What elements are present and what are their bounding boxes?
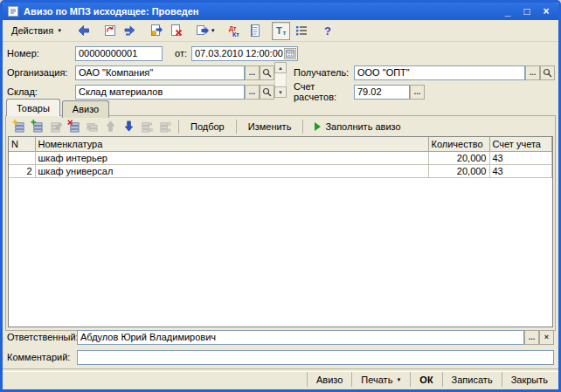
sort-asc-button[interactable]: АЯ xyxy=(139,118,156,134)
refresh-document-button[interactable] xyxy=(100,22,119,40)
receiver-open-button[interactable] xyxy=(540,65,555,80)
account-ellipsis-button[interactable]: ... xyxy=(410,85,425,100)
help-button[interactable]: ? xyxy=(318,22,336,40)
warehouse-label: Склад: xyxy=(7,86,75,97)
col-header-account[interactable]: Счет учета xyxy=(489,137,552,152)
col-header-n[interactable]: N xyxy=(9,137,35,152)
print-label: Печать xyxy=(361,375,392,385)
responsible-ellipsis-button[interactable]: ... xyxy=(524,330,539,345)
close-button[interactable]: × xyxy=(540,5,552,17)
tab-avizo[interactable]: Авизо xyxy=(62,100,109,118)
document-date-field[interactable] xyxy=(191,46,298,61)
sort-desc-button[interactable]: ЯА xyxy=(157,118,174,134)
warehouse-open-button[interactable] xyxy=(260,85,274,100)
svg-text:Т: Т xyxy=(276,25,282,36)
post-document-button[interactable] xyxy=(147,22,165,40)
debit-credit-button[interactable]: ДтКт xyxy=(225,22,244,40)
maximize-button[interactable]: □ xyxy=(521,5,533,17)
structure-button[interactable] xyxy=(292,22,310,40)
delete-row-button[interactable] xyxy=(66,118,82,134)
move-up-icon xyxy=(104,120,117,133)
receiver-field[interactable] xyxy=(354,65,525,80)
podbor-button[interactable]: Подбор xyxy=(183,119,232,134)
svg-text:Я: Я xyxy=(168,121,171,127)
receiver-ellipsis-button[interactable]: ... xyxy=(525,65,540,80)
journal-button[interactable] xyxy=(246,22,264,40)
organization-field[interactable] xyxy=(75,65,245,80)
responsible-label: Ответственный: xyxy=(7,332,77,342)
account-cell[interactable]: 43 xyxy=(489,152,552,165)
forward-arrows-button[interactable] xyxy=(121,22,139,40)
table-row[interactable]: 1 шкаф интерьер 20,000 43 xyxy=(9,152,552,165)
move-down-button[interactable] xyxy=(121,118,137,134)
structure-icon xyxy=(294,24,308,38)
triangle-up-icon: ▲ xyxy=(278,65,283,71)
receiver-row: Получатель: ... xyxy=(294,65,555,80)
warehouse-field[interactable] xyxy=(75,85,245,100)
tab-tovary[interactable]: Товары xyxy=(6,99,60,116)
calendar-button[interactable] xyxy=(284,48,296,59)
close-form-button[interactable]: Закрыть xyxy=(502,372,557,387)
table-row[interactable]: 2 шкаф универсал 20,000 43 xyxy=(9,165,552,178)
responsible-row: Ответственный: ... × xyxy=(7,329,554,345)
main-toolbar: Действия ▼ ▼ ДтКт xyxy=(3,20,558,42)
scroll-down-button[interactable]: ▼ xyxy=(274,86,287,98)
scroll-up-button[interactable]: ▲ xyxy=(274,62,287,73)
minimize-button[interactable]: _ xyxy=(502,5,514,17)
nomenclature-cell[interactable]: шкаф интерьер xyxy=(35,152,428,165)
fill-avizo-button[interactable]: Заполнить авизо xyxy=(307,119,408,134)
warehouse-ellipsis-button[interactable]: ... xyxy=(245,85,260,100)
organization-open-button[interactable] xyxy=(260,65,274,80)
toolbar-separator xyxy=(302,120,303,134)
svg-text:А: А xyxy=(149,121,153,127)
responsible-clear-button[interactable]: × xyxy=(539,330,554,345)
nomenclature-cell[interactable]: шкаф универсал xyxy=(35,165,428,178)
document-window: Авизо по МПЗ исходящее: Проведен _ □ × Д… xyxy=(0,0,561,392)
scroll-track[interactable] xyxy=(274,73,287,86)
ok-button[interactable]: ОК xyxy=(410,372,441,387)
account-cell[interactable]: 43 xyxy=(489,165,552,178)
sort-asc-icon: АЯ xyxy=(141,120,154,133)
quantity-cell[interactable]: 20,000 xyxy=(428,165,489,178)
sort-desc-icon: ЯА xyxy=(159,120,172,133)
account-label: Счет расчетов: xyxy=(294,81,354,102)
document-number-field[interactable] xyxy=(75,46,163,61)
back-button[interactable] xyxy=(74,22,93,40)
responsible-field[interactable] xyxy=(77,330,524,345)
help-icon: ? xyxy=(321,24,335,38)
col-header-quantity[interactable]: Количество xyxy=(428,137,489,152)
cancel-posting-button[interactable] xyxy=(167,22,185,40)
close-icon: × xyxy=(544,333,549,341)
copy-row-button[interactable] xyxy=(84,118,100,134)
print-button[interactable]: Печать ▼ xyxy=(351,372,410,387)
add-row-button[interactable] xyxy=(10,118,27,134)
actions-menu-button[interactable]: Действия ▼ xyxy=(5,23,68,38)
date-label: от: xyxy=(175,48,187,58)
forward-arrows-icon xyxy=(123,24,137,38)
save-button[interactable]: Записать xyxy=(442,372,502,387)
number-label: Номер: xyxy=(7,48,75,58)
comment-field[interactable] xyxy=(77,350,554,365)
totals-toggle-button[interactable]: Тт xyxy=(272,22,290,40)
post-document-icon xyxy=(149,24,163,38)
window-icon xyxy=(7,5,19,17)
row-number-cell[interactable]: 2 xyxy=(9,165,35,178)
organization-ellipsis-button[interactable]: ... xyxy=(245,65,260,80)
export-document-button[interactable]: ▼ xyxy=(193,22,218,40)
move-up-button[interactable] xyxy=(102,118,119,134)
col-header-nomenclature[interactable]: Номенклатура xyxy=(35,137,428,152)
edit-row-button[interactable] xyxy=(47,118,64,134)
izmenit-button[interactable]: Изменить xyxy=(240,119,300,134)
quantity-cell[interactable]: 20,000 xyxy=(428,152,489,165)
account-row: Счет расчетов: ... xyxy=(294,84,425,100)
warehouse-row: Склад: ... xyxy=(7,84,274,100)
back-arrow-icon xyxy=(77,24,91,38)
avizo-button[interactable]: Авизо xyxy=(307,372,351,387)
toolbar-separator xyxy=(236,120,237,134)
row-number-cell[interactable]: 1 xyxy=(9,152,35,165)
titlebar[interactable]: Авизо по МПЗ исходящее: Проведен _ □ × xyxy=(3,3,558,20)
account-field[interactable] xyxy=(354,85,410,100)
svg-text:Я: Я xyxy=(149,127,153,133)
svg-text:А: А xyxy=(168,127,171,133)
add-copy-row-button[interactable] xyxy=(29,118,45,134)
